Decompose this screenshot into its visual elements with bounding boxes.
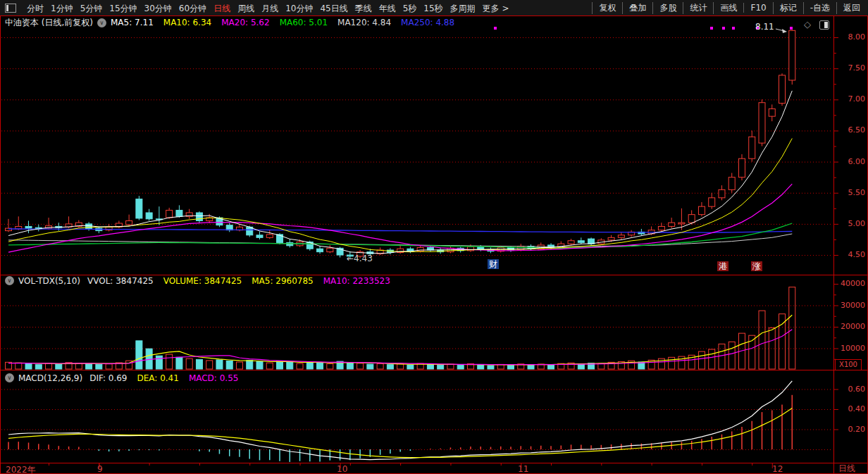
volume-value-label: VOLUME: 3847425 xyxy=(163,276,242,286)
ma-value-label: MA5: 7.11 xyxy=(111,18,154,27)
volume-indicator-name: VOL-TDX(5,10) xyxy=(18,276,80,286)
layout-icon[interactable] xyxy=(5,4,16,13)
price-axis-label: 7.00 xyxy=(834,94,865,104)
toolbar-action-item[interactable]: -自选 xyxy=(803,2,836,14)
toolbar-action-item[interactable]: 画线 xyxy=(713,2,743,14)
macd-axis-label: 0.60 xyxy=(834,385,865,394)
toolbar-period-item[interactable]: 更多 > xyxy=(479,4,513,13)
volume-value-label: MA10: 2233523 xyxy=(323,276,390,286)
toolbar-period-item[interactable]: 15秒 xyxy=(420,4,446,13)
toolbar-action-item[interactable]: 标记 xyxy=(773,2,803,14)
macd-axis-label: 0.40 xyxy=(834,404,865,413)
ma-value-label: MA20: 5.62 xyxy=(221,18,269,27)
toolbar-period-item[interactable]: 15分钟 xyxy=(106,4,140,13)
ma-value-label: MA10: 6.34 xyxy=(163,18,211,27)
toolbar-period-item[interactable]: 5分钟 xyxy=(77,4,106,13)
volume-unit-label: X100 xyxy=(835,359,862,370)
toolbar-period-item[interactable]: 45日线 xyxy=(316,4,351,13)
high-price-annotation: 8.11 xyxy=(755,22,774,32)
split-window-icon[interactable] xyxy=(819,20,829,30)
toolbar-period-item[interactable]: 月线 xyxy=(258,4,282,13)
macd-value-label: MACD: 0.55 xyxy=(189,373,239,383)
volume-axis-label: 20000 xyxy=(834,322,865,331)
macd-values: DIF: 0.69DEA: 0.41MACD: 0.55 xyxy=(89,373,248,383)
volume-pane-header: ∨ VOL-TDX(5,10) VVOL: 3847425VOLUME: 384… xyxy=(5,275,400,286)
toolbar-action-item[interactable]: 多股 xyxy=(652,2,683,14)
toolbar-period-item[interactable]: 周线 xyxy=(234,4,258,13)
collapse-chevron-icon[interactable]: ∨ xyxy=(5,276,14,285)
macd-pane-header: ∨ MACD(12,26,9) DIF: 0.69DEA: 0.41MACD: … xyxy=(5,373,248,383)
main-chart-header: 中油资本 (日线,前复权) ∨ MA5: 7.11MA10: 6.34MA20:… xyxy=(5,17,464,28)
macd-axis-label: 0.20 xyxy=(834,425,865,434)
toolbar-action-item[interactable]: 复权 xyxy=(592,2,622,14)
event-badge[interactable]: 财 xyxy=(488,259,499,269)
price-axis-label: 6.00 xyxy=(834,157,865,166)
price-axis-label: 6.50 xyxy=(834,125,865,135)
x-axis-label: 9 xyxy=(97,464,103,474)
stock-title: 中油资本 (日线,前复权) xyxy=(5,17,93,29)
volume-value-label: MA5: 2960785 xyxy=(252,276,314,286)
price-axis-label: 8.00 xyxy=(834,32,865,42)
x-axis-label: 12 xyxy=(772,464,783,474)
ma-values: MA5: 7.11MA10: 6.34MA20: 5.62MA60: 5.01M… xyxy=(111,18,464,27)
price-axis-label: 5.00 xyxy=(834,219,865,228)
x-axis-label: 11 xyxy=(518,464,528,474)
x-axis-label: 10 xyxy=(337,464,347,474)
toolbar-period-item[interactable]: 1分钟 xyxy=(47,4,77,13)
collapse-chevron-icon[interactable]: ∨ xyxy=(97,18,106,27)
low-price-annotation: ←4.43 xyxy=(347,254,373,263)
ma-value-label: MA60: 5.01 xyxy=(280,18,328,27)
toolbar: 分时1分钟5分钟15分钟30分钟60分钟日线周线月线10分钟45日线季线年线5秒… xyxy=(0,0,868,15)
ma-value-label: MA250: 4.88 xyxy=(401,18,454,27)
macd-value-label: DEA: 0.41 xyxy=(137,373,178,383)
event-badge[interactable]: 港 xyxy=(717,261,728,271)
volume-axis-label: 30000 xyxy=(834,301,865,310)
toolbar-period-item[interactable]: 5秒 xyxy=(399,4,421,13)
diamond-icon[interactable]: ◇ xyxy=(804,19,811,30)
event-badge[interactable]: 涨 xyxy=(751,261,762,271)
toolbar-action-item[interactable]: 统计 xyxy=(683,2,713,14)
toolbar-period-item[interactable]: 30分钟 xyxy=(141,4,175,13)
toolbar-period-item[interactable]: 60分钟 xyxy=(175,4,210,13)
toolbar-period-item[interactable]: 年线 xyxy=(376,4,399,13)
volume-axis-label: 40000 xyxy=(834,279,865,288)
toolbar-actions: 复权叠加多股统计画线F10标记-自选返回 xyxy=(592,0,867,15)
toolbar-action-item[interactable]: F10 xyxy=(743,3,772,13)
collapse-chevron-icon[interactable]: ∨ xyxy=(5,373,14,382)
ma-value-label: MA120: 4.84 xyxy=(337,18,391,27)
toolbar-periods: 分时1分钟5分钟15分钟30分钟60分钟日线周线月线10分钟45日线季线年线5秒… xyxy=(23,1,512,15)
macd-indicator-name: MACD(12,26,9) xyxy=(18,373,82,383)
volume-values: VVOL: 3847425VOLUME: 3847425MA5: 2960785… xyxy=(87,276,400,286)
toolbar-action-item[interactable]: 返回 xyxy=(836,2,867,14)
toolbar-period-item[interactable]: 分时 xyxy=(23,4,47,13)
toolbar-period-item[interactable]: 多周期 xyxy=(447,4,479,13)
price-axis-label: 7.50 xyxy=(834,63,865,73)
period-label: 日线 xyxy=(838,463,855,474)
macd-value-label: DIF: 0.69 xyxy=(89,373,127,383)
chart-canvas[interactable] xyxy=(0,0,868,474)
trading-app-window: 分时1分钟5分钟15分钟30分钟60分钟日线周线月线10分钟45日线季线年线5秒… xyxy=(0,0,868,474)
toolbar-action-item[interactable]: 叠加 xyxy=(622,2,652,14)
x-axis-label: 2022年 xyxy=(6,464,36,474)
toolbar-period-item[interactable]: 日线 xyxy=(210,4,234,13)
toolbar-period-item[interactable]: 10分钟 xyxy=(282,4,316,13)
toolbar-period-item[interactable]: 季线 xyxy=(352,4,376,13)
price-axis-label: 5.50 xyxy=(834,188,865,197)
volume-axis-label: 10000 xyxy=(834,344,865,353)
price-axis-label: 4.50 xyxy=(834,250,865,259)
volume-value-label: VVOL: 3847425 xyxy=(87,276,154,286)
